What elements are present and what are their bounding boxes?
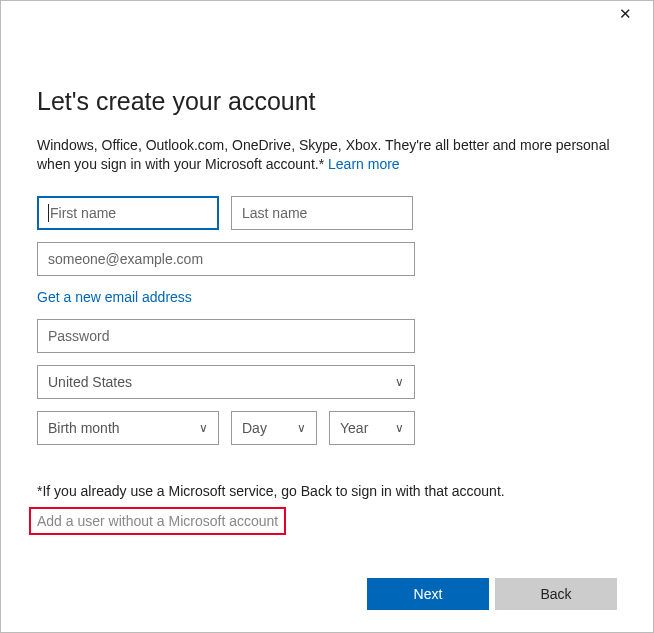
chevron-down-icon: ∨: [297, 421, 306, 435]
birth-month-select[interactable]: Birth month ∨: [37, 411, 219, 445]
chevron-down-icon: ∨: [199, 421, 208, 435]
birth-year-value: Year: [340, 420, 368, 436]
birthdate-row: Birth month ∨ Day ∨ Year ∨: [37, 411, 617, 445]
add-user-without-account-link[interactable]: Add a user without a Microsoft account: [37, 513, 278, 529]
email-input[interactable]: someone@example.com: [37, 242, 415, 276]
birth-day-select[interactable]: Day ∨: [231, 411, 317, 445]
next-button[interactable]: Next: [367, 578, 489, 610]
name-row: First name Last name: [37, 196, 617, 230]
footnote-text: *If you already use a Microsoft service,…: [37, 483, 617, 499]
password-placeholder: Password: [48, 328, 109, 344]
first-name-input[interactable]: First name: [37, 196, 219, 230]
get-new-email-link[interactable]: Get a new email address: [37, 289, 192, 305]
first-name-placeholder: First name: [50, 205, 116, 221]
country-select[interactable]: United States ∨: [37, 365, 415, 399]
chevron-down-icon: ∨: [395, 375, 404, 389]
country-value: United States: [48, 374, 132, 390]
country-row: United States ∨: [37, 365, 617, 399]
birth-year-select[interactable]: Year ∨: [329, 411, 415, 445]
learn-more-link[interactable]: Learn more: [328, 156, 400, 172]
birth-day-value: Day: [242, 420, 267, 436]
password-input[interactable]: Password: [37, 319, 415, 353]
content-area: Let's create your account Windows, Offic…: [1, 31, 653, 549]
email-placeholder: someone@example.com: [48, 251, 203, 267]
description-body: Windows, Office, Outlook.com, OneDrive, …: [37, 137, 610, 172]
next-label: Next: [414, 586, 443, 602]
back-button[interactable]: Back: [495, 578, 617, 610]
titlebar: ✕: [1, 1, 653, 31]
chevron-down-icon: ∨: [395, 421, 404, 435]
text-cursor-icon: [48, 204, 49, 222]
description-text: Windows, Office, Outlook.com, OneDrive, …: [37, 136, 617, 174]
password-row: Password: [37, 319, 617, 353]
back-label: Back: [540, 586, 571, 602]
email-row: someone@example.com: [37, 242, 617, 276]
dialog-window: ✕ Let's create your account Windows, Off…: [0, 0, 654, 633]
button-row: Next Back: [367, 578, 617, 610]
birth-month-value: Birth month: [48, 420, 120, 436]
page-title: Let's create your account: [37, 87, 617, 116]
last-name-input[interactable]: Last name: [231, 196, 413, 230]
close-icon[interactable]: ✕: [605, 1, 645, 29]
last-name-placeholder: Last name: [242, 205, 307, 221]
highlight-box: Add a user without a Microsoft account: [29, 507, 286, 535]
